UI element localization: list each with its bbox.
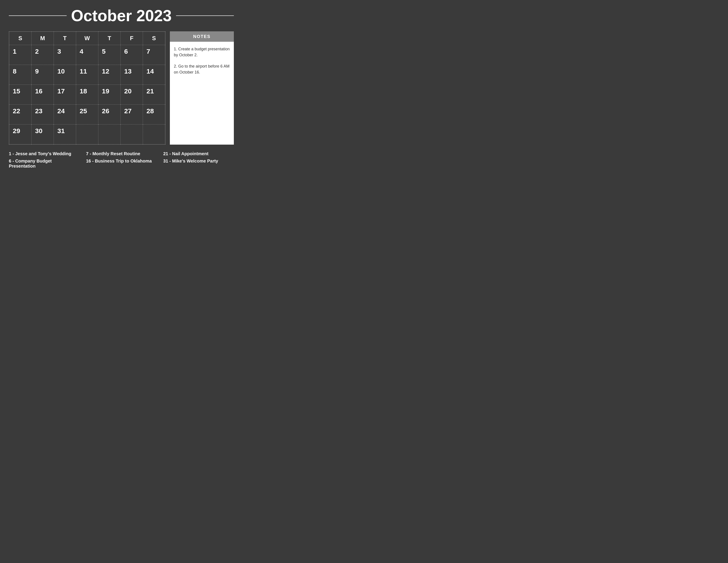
calendar-day-2-4: 19	[98, 85, 121, 105]
calendar-day-1-0: 8	[9, 65, 32, 85]
calendar-day-1-1: 9	[32, 65, 54, 85]
calendar-week-3: 15161718192021	[9, 85, 165, 105]
calendar-week-4: 22232425262728	[9, 105, 165, 124]
calendar-day-0-5: 6	[121, 45, 143, 65]
calendar-day-4-6	[143, 124, 165, 144]
calendar-day-3-1: 23	[32, 105, 54, 124]
calendar-day-0-3: 4	[76, 45, 98, 65]
calendar-day-3-4: 26	[98, 105, 121, 124]
calendar-day-4-5	[121, 124, 143, 144]
event-item-2: 21 - Nail Appointment	[163, 151, 234, 156]
calendar-week-5: 293031	[9, 124, 165, 144]
calendar-header-row: S M T W T F S	[9, 32, 165, 45]
calendar-day-3-5: 27	[121, 105, 143, 124]
calendar-day-0-6: 7	[143, 45, 165, 65]
day-header-mon: M	[32, 32, 54, 45]
notes-header: NOTES	[170, 31, 234, 42]
calendar-day-4-4	[98, 124, 121, 144]
calendar-day-0-2: 3	[54, 45, 76, 65]
day-header-sat: S	[143, 32, 165, 45]
page-header: October 2023	[9, 7, 234, 25]
event-item-5: 31 - Mike's Welcome Party	[163, 158, 234, 169]
day-header-thu: T	[98, 32, 121, 45]
calendar-day-3-3: 25	[76, 105, 98, 124]
main-content: S M T W T F S 12345678910111213141516171…	[9, 31, 234, 145]
calendar-day-2-0: 15	[9, 85, 32, 105]
day-header-wed: W	[76, 32, 98, 45]
calendar-day-1-2: 10	[54, 65, 76, 85]
calendar-body: 1234567891011121314151617181920212223242…	[9, 45, 165, 144]
day-header-sun: S	[9, 32, 32, 45]
calendar-grid: S M T W T F S 12345678910111213141516171…	[9, 32, 165, 144]
notes-body: 1. Create a budget presentation by Octob…	[170, 42, 234, 145]
calendar-day-2-3: 18	[76, 85, 98, 105]
calendar-day-4-3	[76, 124, 98, 144]
calendar-day-2-6: 21	[143, 85, 165, 105]
calendar-day-1-4: 12	[98, 65, 121, 85]
notes-item-1: 1. Create a budget presentation by Octob…	[174, 46, 230, 58]
calendar-day-1-6: 14	[143, 65, 165, 85]
calendar-day-3-2: 24	[54, 105, 76, 124]
header-line-right	[176, 15, 234, 16]
calendar-week-2: 891011121314	[9, 65, 165, 85]
calendar: S M T W T F S 12345678910111213141516171…	[9, 31, 165, 145]
events-footer: 1 - Jesse and Tony's Wedding7 - Monthly …	[9, 151, 234, 169]
calendar-day-1-5: 13	[121, 65, 143, 85]
calendar-day-0-1: 2	[32, 45, 54, 65]
calendar-day-1-3: 11	[76, 65, 98, 85]
calendar-day-2-2: 17	[54, 85, 76, 105]
event-item-0: 1 - Jesse and Tony's Wedding	[9, 151, 79, 156]
day-header-fri: F	[121, 32, 143, 45]
calendar-day-4-0: 29	[9, 124, 32, 144]
event-item-4: 16 - Business Trip to Oklahoma	[86, 158, 157, 169]
page-title: October 2023	[71, 7, 172, 25]
calendar-day-4-2: 31	[54, 124, 76, 144]
calendar-day-0-4: 5	[98, 45, 121, 65]
calendar-day-4-1: 30	[32, 124, 54, 144]
notes-item-2: 2. Go to the airport before 6 AM on Octo…	[174, 63, 230, 75]
calendar-week-1: 1234567	[9, 45, 165, 65]
notes-panel: NOTES 1. Create a budget presentation by…	[170, 31, 234, 145]
calendar-day-3-0: 22	[9, 105, 32, 124]
calendar-day-2-5: 20	[121, 85, 143, 105]
calendar-day-3-6: 28	[143, 105, 165, 124]
calendar-day-0-0: 1	[9, 45, 32, 65]
event-item-1: 7 - Monthly Reset Routine	[86, 151, 157, 156]
calendar-day-2-1: 16	[32, 85, 54, 105]
day-header-tue: T	[54, 32, 76, 45]
header-line-left	[9, 15, 67, 16]
event-item-3: 6 - Company Budget Presentation	[9, 158, 79, 169]
